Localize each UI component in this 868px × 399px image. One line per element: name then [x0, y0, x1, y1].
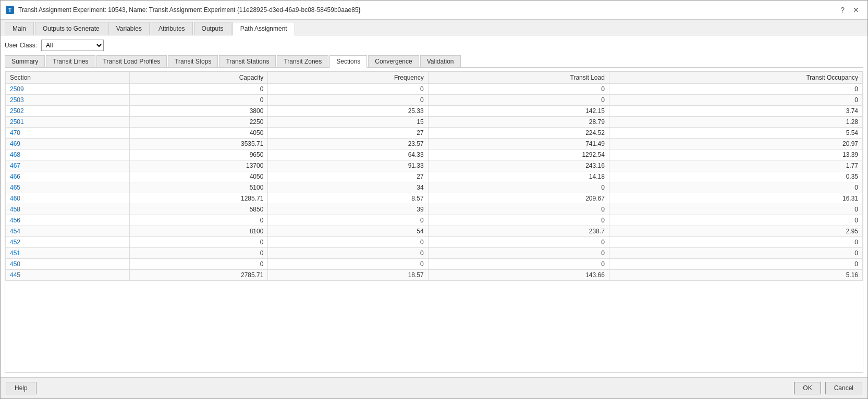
cell-capacity: 5100: [129, 182, 268, 193]
cell-capacity: 2250: [129, 117, 268, 128]
cell-section: 454: [6, 226, 130, 237]
cell-transit-occupancy: 0: [609, 204, 862, 215]
table-row: 4601285.718.57209.6716.31: [6, 193, 863, 204]
cell-section: 470: [6, 128, 130, 139]
sub-tab-transit-stops[interactable]: Transit Stops: [168, 55, 218, 67]
window-title: Transit Assignment Experiment: 10543, Na…: [18, 6, 361, 14]
table-row: 4500000: [6, 259, 863, 270]
cell-section: 2501: [6, 117, 130, 128]
help-footer-button[interactable]: Help: [6, 382, 36, 394]
ok-button[interactable]: OK: [794, 382, 821, 394]
sub-tab-sections[interactable]: Sections: [329, 55, 367, 68]
sub-tab-validation[interactable]: Validation: [420, 55, 461, 67]
cell-transit-load: 142.15: [428, 106, 609, 117]
cell-capacity: 13700: [129, 160, 268, 171]
footer-left: Help: [6, 382, 36, 394]
cell-capacity: 0: [129, 259, 268, 270]
sub-tabs: SummaryTransit LinesTransit Load Profile…: [5, 55, 863, 68]
cell-frequency: 0: [268, 215, 428, 226]
table-header-row: Section Capacity Frequency Transit Load …: [6, 72, 863, 84]
sub-tab-transit-stations[interactable]: Transit Stations: [219, 55, 276, 67]
cell-transit-load: 224.52: [428, 128, 609, 139]
cell-transit-occupancy: 0: [609, 215, 862, 226]
data-table: Section Capacity Frequency Transit Load …: [5, 71, 863, 281]
cell-transit-load: 243.16: [428, 160, 609, 171]
cell-frequency: 0: [268, 259, 428, 270]
cell-frequency: 15: [268, 117, 428, 128]
cell-transit-occupancy: 0: [609, 182, 862, 193]
col-transit-occupancy: Transit Occupancy: [609, 72, 862, 84]
cell-transit-occupancy: 5.16: [609, 270, 862, 281]
cell-frequency: 27: [268, 171, 428, 182]
sub-tab-transit-lines[interactable]: Transit Lines: [46, 55, 95, 67]
table-row: 4693535.7123.57741.4920.97: [6, 139, 863, 149]
col-frequency: Frequency: [268, 72, 428, 84]
cell-frequency: 91.33: [268, 160, 428, 171]
cell-section: 466: [6, 171, 130, 182]
cell-section: 458: [6, 204, 130, 215]
sub-tab-transit-zones[interactable]: Transit Zones: [277, 55, 328, 67]
table-row: 46551003400: [6, 182, 863, 193]
user-class-select[interactable]: All: [41, 40, 104, 51]
cell-section: 469: [6, 139, 130, 149]
cell-frequency: 23.57: [268, 139, 428, 149]
help-button[interactable]: ?: [837, 5, 848, 15]
cell-capacity: 0: [129, 95, 268, 106]
table-row: 470405027224.525.54: [6, 128, 863, 139]
sub-tab-transit-load-profiles[interactable]: Transit Load Profiles: [96, 55, 167, 67]
main-tab-variables[interactable]: Variables: [108, 22, 150, 35]
main-tab-attributes[interactable]: Attributes: [151, 22, 193, 35]
cell-transit-load: 0: [428, 259, 609, 270]
cell-frequency: 34: [268, 182, 428, 193]
table-row: 4520000: [6, 237, 863, 248]
sub-tab-convergence[interactable]: Convergence: [368, 55, 419, 67]
cell-frequency: 54: [268, 226, 428, 237]
cell-transit-load: 0: [428, 248, 609, 259]
title-bar: T Transit Assignment Experiment: 10543, …: [1, 1, 867, 20]
cell-section: 2502: [6, 106, 130, 117]
footer-right: OK Cancel: [794, 382, 862, 394]
cell-transit-occupancy: 0: [609, 95, 862, 106]
table-row: 4671370091.33243.161.77: [6, 160, 863, 171]
main-tab-outputs[interactable]: Outputs: [194, 22, 231, 35]
cell-section: 468: [6, 149, 130, 160]
table-scroll[interactable]: Section Capacity Frequency Transit Load …: [5, 71, 863, 372]
cell-section: 467: [6, 160, 130, 171]
user-class-label: User Class:: [5, 42, 37, 49]
cell-section: 465: [6, 182, 130, 193]
cell-transit-occupancy: 0: [609, 237, 862, 248]
cell-capacity: 5850: [129, 204, 268, 215]
cell-transit-occupancy: 1.77: [609, 160, 862, 171]
cell-transit-occupancy: 1.28: [609, 117, 862, 128]
cell-transit-load: 1292.54: [428, 149, 609, 160]
cell-transit-occupancy: 0.35: [609, 171, 862, 182]
cell-capacity: 9650: [129, 149, 268, 160]
cell-frequency: 18.57: [268, 270, 428, 281]
cell-frequency: 39: [268, 204, 428, 215]
cell-section: 456: [6, 215, 130, 226]
sub-tab-summary[interactable]: Summary: [5, 55, 45, 67]
cell-frequency: 25.33: [268, 106, 428, 117]
cancel-button[interactable]: Cancel: [825, 382, 862, 394]
cell-transit-occupancy: 16.31: [609, 193, 862, 204]
cell-transit-load: 0: [428, 215, 609, 226]
table-row: 4510000: [6, 248, 863, 259]
title-bar-left: T Transit Assignment Experiment: 10543, …: [6, 6, 361, 14]
close-button[interactable]: ✕: [850, 5, 862, 15]
main-tab-path-assignment[interactable]: Path Assignment: [233, 22, 295, 35]
title-bar-controls: ? ✕: [837, 5, 862, 15]
cell-transit-load: 209.67: [428, 193, 609, 204]
cell-capacity: 3535.71: [129, 139, 268, 149]
cell-section: 451: [6, 248, 130, 259]
cell-frequency: 0: [268, 248, 428, 259]
cell-transit-occupancy: 13.39: [609, 149, 862, 160]
main-tab-outputs-to-generate[interactable]: Outputs to Generate: [35, 22, 107, 35]
cell-capacity: 4050: [129, 128, 268, 139]
cell-transit-load: 238.7: [428, 226, 609, 237]
cell-transit-occupancy: 0: [609, 84, 862, 95]
cell-capacity: 1285.71: [129, 193, 268, 204]
cell-transit-load: 0: [428, 84, 609, 95]
cell-section: 2509: [6, 84, 130, 95]
main-tab-main[interactable]: Main: [5, 22, 34, 35]
cell-section: 445: [6, 270, 130, 281]
